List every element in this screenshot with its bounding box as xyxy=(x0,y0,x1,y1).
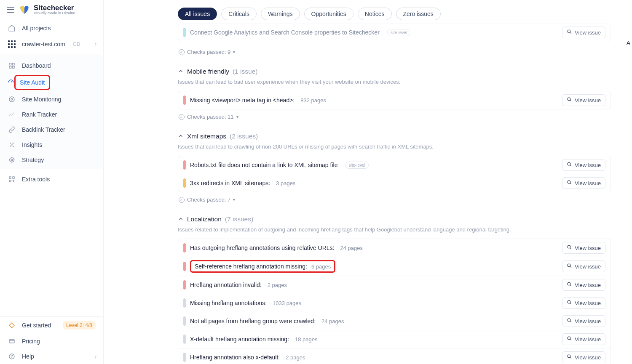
menu-toggle-button[interactable] xyxy=(6,5,15,14)
view-issue-button[interactable]: View issue xyxy=(562,279,605,291)
button-label: View issue xyxy=(575,97,601,104)
chevron-right-icon: › xyxy=(95,353,96,359)
gauge-icon xyxy=(8,79,14,87)
issue-row-connect-ga[interactable]: Connect Google Analytics and Search Cons… xyxy=(178,24,611,41)
sidebar-item-site-monitoring[interactable]: Site Monitoring xyxy=(0,92,103,107)
edge-letter: A xyxy=(627,40,630,46)
svg-point-21 xyxy=(568,300,570,303)
view-issue-button[interactable]: View issue xyxy=(562,94,605,106)
svg-rect-3 xyxy=(12,66,14,68)
filter-all-issues[interactable]: All issues xyxy=(178,8,217,20)
checks-passed-7[interactable]: ✓ Checks passed: 7 ▾ xyxy=(178,192,611,213)
issue-row-also-xdefault[interactable]: Hreflang annotation also x-default: 2 pa… xyxy=(178,348,611,364)
svg-point-17 xyxy=(568,181,570,183)
filter-warnings[interactable]: Warnings xyxy=(261,8,300,20)
sidebar-item-extra-tools[interactable]: Extra tools xyxy=(0,172,103,187)
heart-icon xyxy=(19,5,30,14)
issue-title: Not all pages from hreflang group were c… xyxy=(190,318,316,324)
sidebar-item-label: Backlink Tracker xyxy=(22,126,65,133)
svg-rect-1 xyxy=(12,63,14,65)
severity-warning-icon xyxy=(183,178,186,188)
xml-issues: Robots.txt file does not contain a link … xyxy=(178,156,611,192)
issue-row-relative-hreflang[interactable]: Has outgoing hreflang annotations using … xyxy=(178,239,611,257)
view-issue-button[interactable]: View issue xyxy=(562,242,605,254)
issue-meta: 6 pages xyxy=(311,263,331,270)
issue-row-not-all-crawled[interactable]: Not all pages from hreflang group were c… xyxy=(178,312,611,330)
sidebar-item-dashboard[interactable]: Dashboard xyxy=(0,58,103,73)
svg-point-15 xyxy=(568,98,570,101)
issue-row-robots-sitemap[interactable]: Robots.txt file does not contain a link … xyxy=(178,156,611,174)
checks-passed-11[interactable]: ✓ Checks passed: 11 ▾ xyxy=(178,109,611,130)
issue-row-self-ref-hreflang[interactable]: Self-reference hreflang annotation missi… xyxy=(178,257,611,276)
view-issue-button[interactable]: View issue xyxy=(562,27,605,38)
issue-row-missing-hreflang[interactable]: Missing hreflang annotations: 1033 pages… xyxy=(178,294,611,312)
view-issue-button[interactable]: View issue xyxy=(562,351,605,363)
issue-title: Missing <viewport> meta tag in <head>: xyxy=(190,97,295,104)
sidebar-item-rank-tracker[interactable]: Rank Tracker xyxy=(0,107,103,122)
sidebar-item-get-started[interactable]: Get started Level 2: 4/8 xyxy=(0,317,103,334)
button-label: View issue xyxy=(575,263,601,270)
section-mobile-header[interactable]: Mobile friendly (1 issue) xyxy=(178,65,611,75)
sidebar-item-site-audit[interactable]: Site Audit xyxy=(14,75,50,90)
severity-notice-icon xyxy=(183,316,186,326)
wand-icon xyxy=(8,141,16,148)
issue-meta: 1033 pages xyxy=(273,300,301,306)
checks-passed-9[interactable]: ✓ Checks passed: 9 ▾ xyxy=(178,45,611,65)
section-count: (1 issue) xyxy=(233,68,257,75)
svg-rect-9 xyxy=(13,177,14,178)
svg-point-14 xyxy=(568,30,570,33)
issue-row-3xx-redirects[interactable]: 3xx redirects in XML sitemaps: 3 pages V… xyxy=(178,174,611,192)
section-mobile-desc: Issues that can lead to bad user experie… xyxy=(178,75,611,91)
chevron-up-icon xyxy=(178,216,184,223)
issue-row-hreflang-invalid[interactable]: Hreflang annotation invalid: 2 pages Vie… xyxy=(178,276,611,294)
view-issue-button[interactable]: View issue xyxy=(562,177,605,189)
svg-rect-10 xyxy=(9,180,11,182)
issue-meta: 24 pages xyxy=(321,318,344,324)
sidebar-item-insights[interactable]: Insights xyxy=(0,137,103,152)
search-icon xyxy=(567,244,572,251)
sidebar-item-all-projects[interactable]: All projects xyxy=(0,20,103,36)
sidebar-item-label: Get started xyxy=(22,322,51,329)
mobile-issues: Missing <viewport> meta tag in <head>: 8… xyxy=(178,91,611,109)
view-issue-button[interactable]: View issue xyxy=(562,159,605,171)
app-grid-icon xyxy=(8,40,16,48)
search-icon xyxy=(567,318,572,324)
sidebar-item-label: Dashboard xyxy=(22,62,51,69)
issue-row-xdefault-missing[interactable]: X-default hreflang annotation missing: 1… xyxy=(178,330,611,348)
sidebar-item-backlink-tracker[interactable]: Backlink Tracker xyxy=(0,122,103,137)
sidebar-item-pricing[interactable]: Pricing xyxy=(0,334,103,349)
filter-opportunities[interactable]: Opportunities xyxy=(304,8,353,20)
view-issue-button[interactable]: View issue xyxy=(562,297,605,309)
checks-label: Checks passed: 9 xyxy=(187,49,230,55)
tools-icon xyxy=(8,176,16,183)
sidebar-item-strategy[interactable]: Strategy xyxy=(0,152,103,167)
view-issue-button[interactable]: View issue xyxy=(562,260,605,272)
check-icon: ✓ xyxy=(179,114,185,120)
svg-point-24 xyxy=(568,355,570,358)
section-localization-header[interactable]: Localization (7 issues) xyxy=(178,213,611,223)
project-name: crawler-test.com xyxy=(22,41,65,48)
dashboard-icon xyxy=(8,62,16,69)
severity-notice-icon xyxy=(183,335,186,344)
section-xml-header[interactable]: Xml sitemaps (2 issues) xyxy=(178,130,611,140)
button-label: View issue xyxy=(575,336,601,343)
svg-point-5 xyxy=(11,98,13,100)
view-issue-button[interactable]: View issue xyxy=(562,333,605,345)
sidebar-item-project[interactable]: crawler-test.com GB › xyxy=(0,36,103,52)
filter-zero-issues[interactable]: Zero issues xyxy=(396,8,441,20)
filter-criticals[interactable]: Criticals xyxy=(221,8,257,20)
filter-notices[interactable]: Notices xyxy=(358,8,392,20)
button-label: View issue xyxy=(575,300,601,306)
help-icon xyxy=(8,353,16,360)
svg-point-23 xyxy=(568,337,570,340)
issue-meta: 2 pages xyxy=(268,282,287,288)
sidebar-item-label: All projects xyxy=(22,25,51,32)
issue-title: Has outgoing hreflang annotations using … xyxy=(190,244,334,251)
sidebar-item-label: Strategy xyxy=(22,157,44,163)
logo[interactable]: Sitechecker Proudly made in Ukraine xyxy=(19,4,75,15)
sidebar-item-help[interactable]: Help › xyxy=(0,349,103,364)
view-issue-button[interactable]: View issue xyxy=(562,315,605,327)
search-icon xyxy=(567,97,572,104)
chevron-up-icon xyxy=(178,133,184,140)
issue-row-viewport[interactable]: Missing <viewport> meta tag in <head>: 8… xyxy=(178,91,611,109)
